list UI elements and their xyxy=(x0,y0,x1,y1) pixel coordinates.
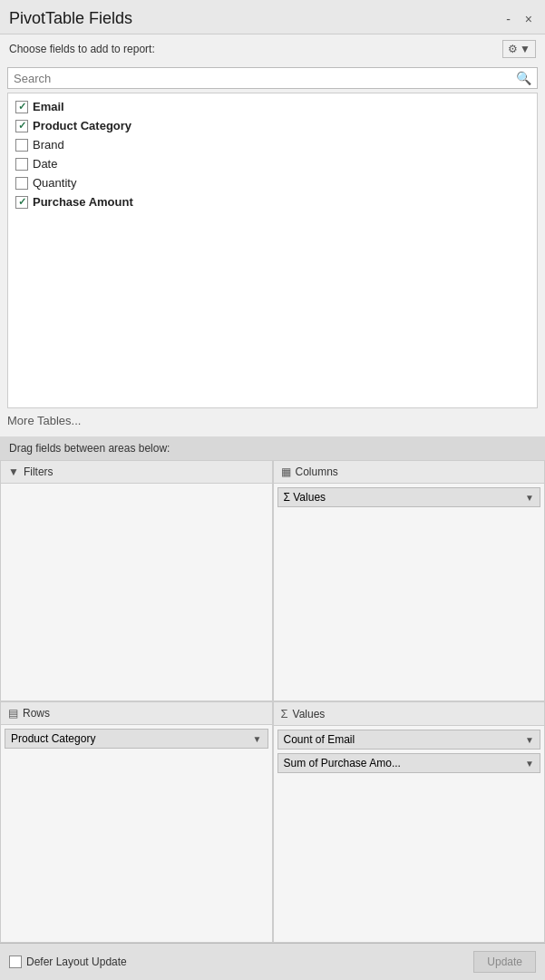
field-item[interactable]: ✓Product Category xyxy=(8,116,537,135)
field-label: Email xyxy=(33,100,64,113)
pill-label: Count of Email xyxy=(284,733,355,746)
panel-header: PivotTable Fields - × xyxy=(0,0,545,34)
field-checkbox[interactable]: ✓ xyxy=(15,120,28,132)
pill-label: Sum of Purchase Amo... xyxy=(284,757,401,769)
field-item[interactable]: Date xyxy=(8,154,537,173)
filter-icon: ▼ xyxy=(8,466,19,478)
pivottable-panel: PivotTable Fields - × Choose fields to a… xyxy=(0,0,545,980)
columns-label: Columns xyxy=(296,466,338,478)
defer-wrap: Defer Layout Update xyxy=(9,956,127,968)
pill-dropdown-icon[interactable]: ▼ xyxy=(525,735,534,745)
area-pill[interactable]: Σ Values▼ xyxy=(277,487,541,507)
pill-dropdown-icon[interactable]: ▼ xyxy=(253,734,262,744)
columns-content: Σ Values▼ xyxy=(274,484,545,701)
field-checkbox[interactable]: ✓ xyxy=(15,196,28,209)
rows-icon: ▤ xyxy=(8,707,18,720)
more-tables-link[interactable]: More Tables... xyxy=(0,408,545,433)
checkmark-icon: ✓ xyxy=(18,120,26,132)
search-input[interactable] xyxy=(14,72,516,85)
field-checkbox[interactable] xyxy=(15,177,28,190)
filters-label: Filters xyxy=(24,466,54,478)
pill-dropdown-icon[interactable]: ▼ xyxy=(525,493,534,503)
defer-label: Defer Layout Update xyxy=(26,956,127,968)
field-checkbox[interactable] xyxy=(15,158,28,171)
area-pill[interactable]: Count of Email▼ xyxy=(277,730,541,750)
field-item[interactable]: ✓Email xyxy=(8,97,537,116)
field-label: Quantity xyxy=(33,176,76,190)
areas-grid: ▼ Filters ▦ Columns Σ Values▼ ▤ Rows Pro… xyxy=(0,460,545,943)
field-label: Purchase Amount xyxy=(33,195,133,209)
rows-area: ▤ Rows Product Category▼ xyxy=(0,701,273,943)
subheader-text: Choose fields to add to report: xyxy=(9,43,155,55)
footer: Defer Layout Update Update xyxy=(0,943,545,980)
pill-label: Product Category xyxy=(11,732,95,745)
search-bar: 🔍 xyxy=(7,67,538,89)
checkmark-icon: ✓ xyxy=(18,101,26,113)
pill-label: Σ Values xyxy=(284,491,326,504)
field-item[interactable]: Quantity xyxy=(8,173,537,192)
columns-icon: ▦ xyxy=(281,466,291,478)
columns-header: ▦ Columns xyxy=(274,461,545,484)
defer-checkbox[interactable] xyxy=(9,956,22,968)
fields-list: ✓Email✓Product CategoryBrandDateQuantity… xyxy=(7,93,538,408)
values-label: Values xyxy=(293,708,326,720)
header-controls: - × xyxy=(502,10,536,28)
area-pill[interactable]: Sum of Purchase Amo...▼ xyxy=(277,753,541,773)
filters-header: ▼ Filters xyxy=(1,461,272,484)
gear-dropdown-icon: ▼ xyxy=(520,43,530,55)
values-icon: Σ xyxy=(281,707,288,720)
filters-content xyxy=(1,484,272,701)
subheader: Choose fields to add to report: ⚙ ▼ xyxy=(0,34,545,64)
update-button[interactable]: Update xyxy=(473,951,536,973)
columns-area: ▦ Columns Σ Values▼ xyxy=(273,460,546,701)
drag-section-label: Drag fields between areas below: xyxy=(0,436,545,460)
area-pill[interactable]: Product Category▼ xyxy=(5,729,268,749)
minimize-button[interactable]: - xyxy=(502,10,514,28)
rows-label: Rows xyxy=(23,707,50,720)
filters-area: ▼ Filters xyxy=(0,460,273,701)
field-item[interactable]: Brand xyxy=(8,135,537,154)
checkmark-icon: ✓ xyxy=(18,196,26,208)
pill-dropdown-icon[interactable]: ▼ xyxy=(525,759,534,769)
values-header: Σ Values xyxy=(274,702,545,726)
field-label: Date xyxy=(33,157,57,171)
gear-button[interactable]: ⚙ ▼ xyxy=(502,40,536,58)
values-content: Count of Email▼Sum of Purchase Amo...▼ xyxy=(274,726,545,942)
field-label: Brand xyxy=(33,138,64,152)
rows-content: Product Category▼ xyxy=(1,725,272,942)
gear-icon: ⚙ xyxy=(508,43,518,55)
field-checkbox[interactable]: ✓ xyxy=(15,101,28,113)
field-label: Product Category xyxy=(33,119,131,132)
rows-header: ▤ Rows xyxy=(1,702,272,725)
panel-title: PivotTable Fields xyxy=(9,9,132,28)
values-area: Σ Values Count of Email▼Sum of Purchase … xyxy=(273,701,546,943)
field-item[interactable]: ✓Purchase Amount xyxy=(8,192,537,211)
search-icon: 🔍 xyxy=(516,71,531,85)
field-checkbox[interactable] xyxy=(15,139,28,152)
close-button[interactable]: × xyxy=(521,10,536,28)
